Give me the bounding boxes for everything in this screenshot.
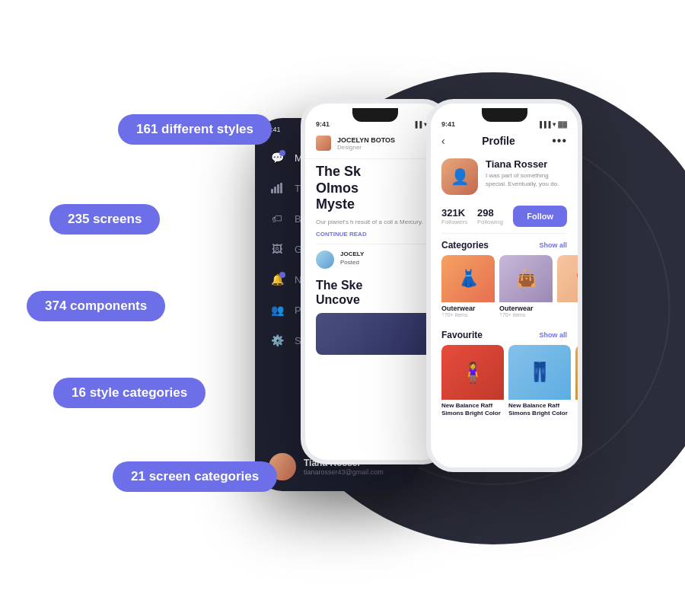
fav-img-2: 👖 — [508, 345, 571, 400]
profile-user-section: Tiana Rosser I was part of something spe… — [431, 154, 578, 199]
category-count-2: 170+ items — [499, 312, 553, 318]
phone-right: 9:41 ▐▐▐ ▾ ▓▓ ‹ Profile ••• Tiana Rosser… — [426, 99, 582, 472]
favourite-header: Favourite Show all — [431, 324, 578, 345]
fav-card-1[interactable]: 🧍‍♀️ New Balance Raff Simons Bright Colo… — [441, 345, 504, 418]
badge-components: 374 components — [27, 291, 165, 321]
badge-screen-categories: 21 screen categories — [113, 461, 277, 492]
more-options-button[interactable]: ••• — [552, 134, 567, 148]
mid-post-avatar — [316, 251, 334, 269]
categories-header: Categories Show all — [431, 234, 578, 255]
category-name-2: Outerwear — [499, 305, 553, 312]
profile-bio: I was part of something special. Eventua… — [486, 171, 567, 188]
fav-img-3: 👢 — [575, 345, 582, 400]
mid-article-title: The SkOlmosMyste — [305, 159, 444, 218]
notifications-badge — [279, 272, 285, 278]
mid-article-desc: Our planet's h result of a coll a Mercur… — [305, 218, 444, 231]
mid-article-header: JOCELYN BOTOS Designer — [305, 132, 444, 159]
category-count-1: 170+ items — [441, 312, 495, 318]
mid-continue[interactable]: CONTINUE READ — [305, 231, 444, 244]
following-count: 298 — [477, 207, 513, 219]
svg-rect-1 — [274, 187, 276, 193]
svg-rect-3 — [280, 183, 282, 193]
signal-icon-mid: ▐▐ — [413, 121, 422, 128]
profile-stats-row: 321K Followers 298 Following Follow — [431, 199, 578, 233]
mid-post-text: Posted — [340, 259, 364, 266]
wifi-icon-right: ▾ — [553, 121, 556, 128]
fav-name-2: New Balance Raff Simons Bright Color — [508, 402, 571, 418]
fav-card-2[interactable]: 👖 New Balance Raff Simons Bright Color — [508, 345, 571, 418]
category-card-2[interactable]: 👜 Outerwear 170+ items — [499, 255, 553, 318]
gallery-icon: 🖼 — [270, 242, 284, 256]
settings-icon: ⚙️ — [270, 334, 284, 347]
following-label: Following — [477, 219, 513, 225]
category-img-2: 👜 — [499, 255, 553, 302]
followers-stat: 321K Followers — [441, 207, 477, 225]
mid-post-row: JOCELY Posted — [305, 244, 444, 275]
mid-user-avatar — [316, 136, 331, 151]
signal-icon-right: ▐▐▐ — [537, 121, 550, 128]
mid-post-name: JOCELY — [340, 251, 364, 257]
svg-rect-2 — [277, 184, 279, 193]
back-button[interactable]: ‹ — [441, 135, 445, 147]
fav-card-3[interactable]: 👢 — [575, 345, 582, 418]
badge-styles: 161 different styles — [118, 114, 272, 145]
battery-icon-right: ▓▓ — [558, 121, 567, 128]
profile-nav-bar: ‹ Profile ••• — [431, 131, 578, 154]
bookmarks-icon: 🏷 — [270, 212, 284, 225]
category-img-3: 👠 — [557, 255, 578, 302]
mid-article2-title: The SkeUncove — [305, 275, 444, 310]
profile-title: Profile — [482, 135, 515, 147]
categories-list: 👗 Outerwear 170+ items 👜 Outerwear 170+ … — [431, 255, 578, 324]
favourites-list: 🧍‍♀️ New Balance Raff Simons Bright Colo… — [431, 345, 578, 418]
svg-rect-0 — [271, 189, 273, 193]
badge-screens: 235 screens — [49, 204, 160, 235]
favourite-title: Favourite — [441, 330, 483, 340]
category-img-1: 👗 — [441, 255, 495, 302]
messages-badge — [279, 150, 285, 156]
mid-user-name: JOCELYN BOTOS — [337, 136, 395, 144]
category-name-1: Outerwear — [441, 305, 495, 312]
categories-title: Categories — [441, 240, 489, 251]
category-card-3[interactable]: 👠 — [557, 255, 578, 318]
notch-mid — [352, 108, 398, 122]
following-stat: 298 Following — [477, 207, 513, 225]
mid-user-role: Designer — [337, 144, 395, 151]
followers-label: Followers — [441, 219, 477, 225]
followers-count: 321K — [441, 207, 477, 219]
follow-button[interactable]: Follow — [513, 206, 567, 227]
favourite-show-all[interactable]: Show all — [539, 331, 567, 339]
profile-name: Tiana Rosser — [486, 158, 567, 170]
fav-name-1: New Balance Raff Simons Bright Color — [441, 402, 504, 418]
profile-avatar — [441, 158, 478, 195]
fav-img-1: 🧍‍♀️ — [441, 345, 504, 400]
notch-right — [482, 108, 527, 122]
trending-icon — [270, 181, 284, 195]
category-card-1[interactable]: 👗 Outerwear 170+ items — [441, 255, 495, 318]
people-icon: 👥 — [270, 303, 284, 317]
mid-article-thumbnail — [316, 313, 434, 355]
user-email-left: tianarosser43@gmail.com — [304, 468, 384, 476]
badge-style-categories: 16 style categories — [53, 378, 206, 408]
categories-show-all[interactable]: Show all — [539, 241, 567, 249]
